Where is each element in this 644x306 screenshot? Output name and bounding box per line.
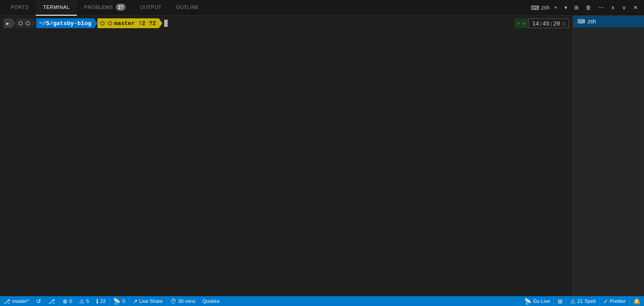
status-bell[interactable]: 🔔 — [630, 296, 644, 306]
terminal-sidebar: ⌨ zsh — [572, 16, 644, 296]
tab-outline[interactable]: OUTLINE — [169, 0, 206, 16]
sync-icon: ↺ — [36, 298, 41, 304]
time-value: 14:45:20 □ — [528, 18, 569, 28]
close-panel-button[interactable]: ✕ — [631, 3, 640, 13]
status-spell[interactable]: ⚠ 21 Spell — [567, 296, 599, 306]
prettier-checkmark-icon: ✓ — [603, 298, 608, 304]
terminal-shell-icon-sidebar: ⌨ — [577, 18, 585, 25]
more-actions-icon: ⋯ — [598, 4, 604, 11]
branch-name: master* — [12, 298, 29, 304]
chevron-down-icon: ∨ — [622, 4, 626, 11]
kill-terminal-icon: 🗑 — [586, 4, 591, 11]
kill-terminal-button[interactable]: 🗑 — [583, 3, 594, 13]
scroll-up-button[interactable]: ∧ — [608, 3, 618, 13]
timer-value: 30 mins — [178, 298, 195, 304]
new-terminal-icon: + — [554, 4, 557, 11]
status-branch[interactable]: ⎇ master* — [0, 296, 33, 306]
time-end-icon: □ — [562, 21, 565, 26]
info-icon: ℹ — [96, 298, 98, 304]
prompt-seg2-icons: ⬡ ⬡ — [18, 21, 30, 26]
error-icon: ⊗ — [63, 298, 68, 304]
prompt-path-seg: ~/S/gatsby-blog — [36, 18, 94, 28]
status-extensions[interactable]: ⊞ — [554, 296, 566, 306]
tab-terminal[interactable]: TERMINAL — [36, 0, 77, 16]
arrow2 — [33, 18, 36, 28]
sidebar-terminal-label: zsh — [588, 18, 596, 25]
error-count: 0 — [69, 298, 72, 304]
ports-icon: 📡 — [113, 298, 120, 304]
arrow3 — [94, 18, 97, 28]
warning-icon: ⚠ — [79, 298, 85, 304]
new-terminal-button[interactable]: + — [551, 3, 560, 13]
status-bar: ⎇ master* ↺ ⎇ ⊗ 0 ⚠ 5 ℹ 22 📡 0 ↗ Live Sh… — [0, 296, 644, 306]
more-actions-button[interactable]: ⋯ — [596, 3, 606, 13]
tab-ports-label: PORTS — [11, 4, 29, 10]
split-editor-button[interactable]: ⊞ — [572, 3, 581, 13]
prompt-line: ▶ ⬡ ⬡ ~/S/gatsby-blog ⬡ ⬡ master !2 ?2 — [4, 18, 569, 28]
status-go-live[interactable]: 📡 Go Live — [521, 296, 554, 306]
bell-icon: 🔔 — [633, 298, 640, 304]
tab-problems-label: PROBLEMS — [84, 4, 113, 10]
spell-count: 21 — [577, 298, 583, 304]
time-text: 14:45:20 — [532, 20, 560, 27]
time-check: ✓ ◀ — [514, 18, 528, 28]
tab-bar: PORTS TERMINAL PROBLEMS 27 OUTPUT OUTLIN… — [0, 0, 644, 16]
checkmark-icon: ✓ — [517, 20, 520, 27]
status-prettier[interactable]: ✓ Prettier — [600, 296, 629, 306]
chevron-up-icon: ∧ — [611, 4, 615, 11]
status-ports[interactable]: 📡 0 — [110, 296, 128, 306]
terminal-panel[interactable]: ▶ ⬡ ⬡ ~/S/gatsby-blog ⬡ ⬡ master !2 ?2 — [0, 16, 572, 296]
terminal-shell-icon: ⌨ — [531, 4, 539, 11]
close-icon: ✕ — [633, 4, 638, 11]
problems-badge: 27 — [116, 4, 126, 11]
time-chevron-left: ◀ — [522, 20, 525, 27]
quokka-label: Quokka — [203, 298, 220, 304]
status-info[interactable]: ℹ 22 — [93, 296, 109, 306]
status-sync[interactable]: ↺ — [33, 296, 45, 306]
terminal-cursor — [164, 20, 168, 27]
go-live-icon: 📡 — [524, 298, 531, 304]
prompt-seg1: ▶ — [4, 18, 12, 28]
live-share-label: Live Share — [140, 298, 163, 304]
tab-output[interactable]: OUTPUT — [133, 0, 169, 16]
main-area: ▶ ⬡ ⬡ ~/S/gatsby-blog ⬡ ⬡ master !2 ?2 — [0, 16, 644, 296]
prettier-label: Prettier — [610, 298, 626, 304]
prompt-branch-icons: ⬡ ⬡ — [100, 21, 112, 26]
branch-icon: ⎇ — [4, 298, 10, 304]
split-terminal-icon: ▾ — [564, 4, 567, 11]
status-git-graph[interactable]: ⎇ — [45, 296, 59, 306]
tab-ports[interactable]: PORTS — [4, 0, 36, 16]
tab-problems[interactable]: PROBLEMS 27 — [77, 0, 133, 16]
go-live-label: Go Live — [533, 298, 550, 304]
spell-label: Spell — [585, 298, 595, 304]
tab-output-label: OUTPUT — [140, 4, 161, 10]
live-share-icon: ↗ — [133, 298, 138, 304]
prompt-seg2: ⬡ ⬡ — [16, 18, 33, 28]
spell-warning-icon: ⚠ — [570, 298, 576, 304]
tab-outline-label: OUTLINE — [176, 4, 199, 10]
terminal-content[interactable]: ▶ ⬡ ⬡ ~/S/gatsby-blog ⬡ ⬡ master !2 ?2 — [0, 16, 572, 296]
prompt-branch-seg: ⬡ ⬡ master !2 ?2 — [97, 18, 158, 28]
terminal-actions: ⌨ zsh + ▾ ⊞ 🗑 ⋯ ∧ ∨ ✕ — [531, 3, 640, 13]
arrow4 — [159, 18, 162, 28]
git-graph-icon: ⎇ — [48, 298, 55, 304]
prompt-branch: master !2 ?2 — [114, 20, 156, 27]
scroll-down-button[interactable]: ∨ — [619, 3, 629, 13]
arrow1 — [12, 18, 16, 28]
terminal-instance-label: ⌨ zsh — [531, 4, 550, 11]
tab-terminal-label: TERMINAL — [43, 4, 70, 10]
terminal-name: zsh — [541, 4, 550, 11]
status-live-share[interactable]: ↗ Live Share — [129, 296, 167, 306]
split-editor-icon: ⊞ — [574, 4, 579, 11]
warning-count: 5 — [86, 298, 89, 304]
prompt-path: ~/S/gatsby-blog — [39, 20, 91, 27]
status-timer[interactable]: ⏱ 30 mins — [167, 296, 199, 306]
info-count: 22 — [100, 298, 106, 304]
sidebar-terminal-zsh[interactable]: ⌨ zsh — [573, 16, 644, 27]
timer-icon: ⏱ — [170, 298, 176, 304]
status-warnings[interactable]: ⚠ 5 — [76, 296, 93, 306]
status-quokka[interactable]: Quokka — [199, 296, 223, 306]
split-terminal-button[interactable]: ▾ — [562, 3, 570, 13]
status-errors[interactable]: ⊗ 0 — [59, 296, 76, 306]
extensions-icon: ⊞ — [558, 298, 563, 304]
